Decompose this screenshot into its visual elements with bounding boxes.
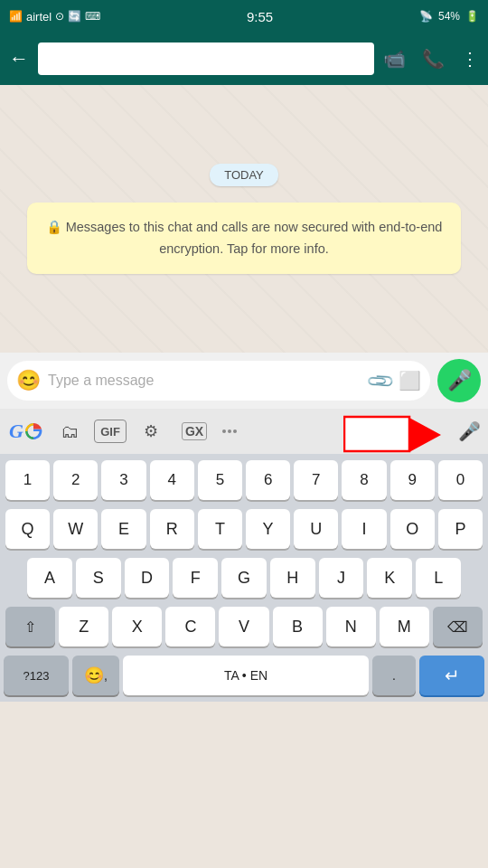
- key-a[interactable]: A: [27, 558, 72, 598]
- google-button[interactable]: G: [7, 415, 45, 448]
- message-input[interactable]: [48, 373, 361, 389]
- dot1: [222, 429, 226, 433]
- attach-button[interactable]: 📎: [364, 365, 396, 397]
- key-5[interactable]: 5: [198, 460, 242, 500]
- today-badge: TODAY: [210, 164, 278, 186]
- cast-icon: 📡: [419, 10, 433, 23]
- key-e[interactable]: E: [101, 509, 145, 549]
- key-n[interactable]: N: [326, 607, 376, 646]
- backspace-key[interactable]: ⌫: [433, 607, 483, 646]
- settings-button[interactable]: ⚙: [132, 415, 170, 448]
- input-bar: 😊 📎 ⬜ 🎤: [0, 353, 488, 409]
- red-arrow-annotation: [343, 414, 443, 459]
- encryption-message[interactable]: 🔒 Messages to this chat and calls are no…: [27, 203, 461, 273]
- key-z[interactable]: Z: [59, 607, 108, 646]
- key-8[interactable]: 8: [342, 460, 386, 500]
- back-button[interactable]: ←: [9, 47, 29, 71]
- video-call-button[interactable]: 📹: [383, 48, 406, 70]
- keyboard-mic-button[interactable]: 🎤: [458, 420, 481, 442]
- keyboard-bottom-row: ?123 😊 , TA • EN . ↵: [0, 651, 488, 700]
- menu-button[interactable]: ⋮: [461, 48, 479, 70]
- kb-mic-icon: 🎤: [458, 421, 481, 441]
- space-key[interactable]: TA • EN: [123, 656, 369, 695]
- key-c[interactable]: C: [165, 607, 215, 646]
- emoji-comma-key[interactable]: 😊 ,: [72, 656, 119, 695]
- key-k[interactable]: K: [367, 558, 412, 598]
- emoji-comma-icon: 😊: [84, 665, 104, 685]
- gx-icon: GX: [182, 422, 207, 440]
- key-9[interactable]: 9: [390, 460, 435, 500]
- mic-icon: 🎤: [447, 369, 472, 392]
- period-label: .: [392, 668, 396, 683]
- shift-key[interactable]: ⇧: [5, 607, 55, 646]
- symbols-label: ?123: [23, 669, 50, 683]
- sticker-button[interactable]: 🗂: [51, 415, 89, 448]
- key-t[interactable]: T: [198, 509, 242, 549]
- key-2[interactable]: 2: [53, 460, 98, 500]
- gx-button[interactable]: GX: [175, 415, 213, 448]
- status-right: 📡 54% 🔋: [419, 10, 479, 23]
- toolbar: ← 📹 📞 ⋮: [0, 33, 488, 85]
- keyboard-toolbar: G 🗂 GIF ⚙ GX 🎤: [0, 409, 488, 454]
- space-label: TA • EN: [224, 668, 267, 683]
- toolbar-icons: 📹 📞 ⋮: [383, 48, 479, 70]
- key-i[interactable]: I: [342, 509, 386, 549]
- row-qwerty: Q W E R T Y U I O P: [0, 505, 488, 553]
- key-4[interactable]: 4: [150, 460, 194, 500]
- key-y[interactable]: Y: [246, 509, 290, 549]
- settings-icon: ⚙: [144, 421, 158, 441]
- input-field-wrap: 😊 📎 ⬜: [7, 361, 430, 401]
- key-3[interactable]: 3: [101, 460, 145, 500]
- comma-label: ,: [104, 668, 108, 683]
- key-0[interactable]: 0: [438, 460, 483, 500]
- svg-rect-0: [344, 417, 409, 451]
- key-o[interactable]: O: [390, 509, 435, 549]
- key-1[interactable]: 1: [5, 460, 50, 500]
- status-time: 9:55: [247, 9, 273, 24]
- dot2: [228, 429, 231, 433]
- emoji-picker-button[interactable]: 😊: [16, 369, 41, 392]
- mic-button[interactable]: 🎤: [437, 359, 481, 402]
- period-key[interactable]: .: [372, 656, 416, 695]
- key-m[interactable]: M: [380, 607, 429, 646]
- key-l[interactable]: L: [416, 558, 461, 598]
- key-7[interactable]: 7: [294, 460, 338, 500]
- google-icon: G: [9, 420, 23, 443]
- enter-key[interactable]: ↵: [419, 656, 484, 695]
- key-g[interactable]: G: [221, 558, 267, 598]
- key-b[interactable]: B: [273, 607, 323, 646]
- key-p[interactable]: P: [438, 509, 483, 549]
- data-icon: 🔄: [68, 10, 81, 23]
- dot3: [233, 429, 237, 433]
- number-row: 1 2 3 4 5 6 7 8 9 0: [0, 456, 488, 505]
- svg-marker-1: [409, 418, 441, 452]
- more-options-button[interactable]: [222, 429, 237, 433]
- status-left: 📶 airtel ⊙ 🔄 ⌨: [9, 10, 100, 24]
- row-zxcv: ⇧ Z X C V B N M ⌫: [0, 602, 488, 651]
- key-u[interactable]: U: [294, 509, 338, 549]
- gif-button[interactable]: GIF: [94, 420, 127, 443]
- battery-label: 54%: [438, 10, 460, 23]
- chat-area: TODAY 🔒 Messages to this chat and calls …: [0, 85, 488, 353]
- enter-icon: ↵: [445, 665, 460, 686]
- key-s[interactable]: S: [76, 558, 121, 598]
- key-f[interactable]: F: [173, 558, 218, 598]
- sticker-icon: 🗂: [61, 421, 79, 442]
- key-q[interactable]: Q: [5, 509, 50, 549]
- key-d[interactable]: D: [125, 558, 170, 598]
- google-logo-svg: [23, 421, 43, 441]
- camera-button[interactable]: ⬜: [399, 370, 421, 392]
- key-r[interactable]: R: [150, 509, 194, 549]
- sim-icon: ⊙: [55, 10, 64, 23]
- key-h[interactable]: H: [270, 558, 315, 598]
- call-button[interactable]: 📞: [422, 48, 445, 70]
- key-6[interactable]: 6: [246, 460, 290, 500]
- keyboard-area: 1 2 3 4 5 6 7 8 9 0 Q W E R T Y U I O P …: [0, 454, 488, 702]
- key-v[interactable]: V: [219, 607, 268, 646]
- symbols-key[interactable]: ?123: [4, 656, 69, 695]
- key-j[interactable]: J: [319, 558, 364, 598]
- red-arrow-svg: [343, 414, 443, 456]
- key-x[interactable]: X: [112, 607, 162, 646]
- status-bar: 📶 airtel ⊙ 🔄 ⌨ 9:55 📡 54% 🔋: [0, 0, 488, 33]
- key-w[interactable]: W: [53, 509, 98, 549]
